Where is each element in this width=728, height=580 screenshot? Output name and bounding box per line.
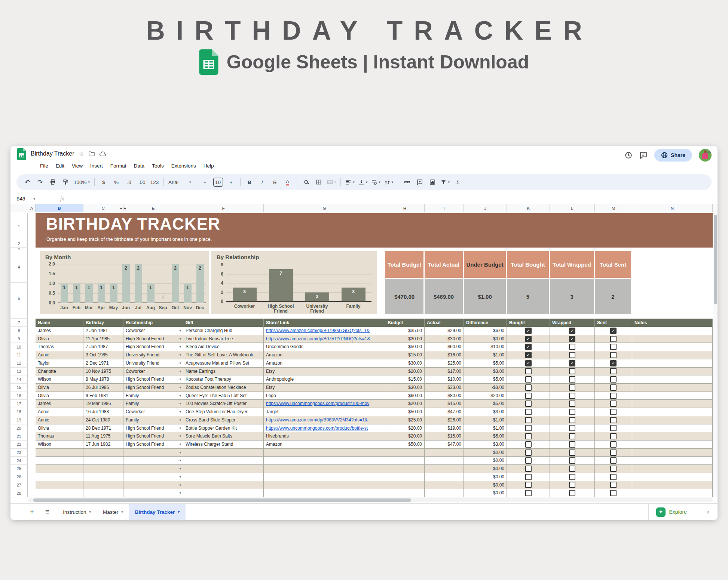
cell-sent[interactable]: [595, 489, 632, 497]
bought-checkbox[interactable]: [525, 433, 532, 439]
cell-name[interactable]: [36, 465, 83, 473]
cell-budget[interactable]: $60.00: [385, 392, 425, 400]
cell-store[interactable]: https://www.uncommongoods.com/product/10…: [264, 400, 385, 408]
cell-relationship[interactable]: Coworker▾: [123, 368, 183, 375]
cell-birthday[interactable]: 28 Dec 1971: [83, 424, 123, 432]
move-folder-icon[interactable]: [89, 151, 95, 156]
cell-notes[interactable]: [632, 392, 713, 400]
cell-gift[interactable]: Acupressure Mat and Pillow Set: [183, 359, 264, 367]
row-header-11[interactable]: 11: [10, 351, 28, 359]
cell-name[interactable]: Taylor: [36, 359, 83, 367]
cell-sent[interactable]: [595, 473, 632, 481]
sent-checkbox[interactable]: [610, 433, 617, 439]
cell-wrapped[interactable]: [550, 408, 595, 416]
row-header-19[interactable]: 19: [10, 416, 28, 424]
cell-relationship[interactable]: Coworker▾: [123, 408, 183, 416]
relationship-dropdown-icon[interactable]: ▾: [179, 473, 181, 481]
collapse-tabbar-icon[interactable]: ‹: [707, 508, 709, 516]
cell-birthday[interactable]: [83, 489, 123, 497]
cell-actual[interactable]: $29.00: [425, 327, 464, 335]
cell-relationship[interactable]: High School Friend▾: [123, 441, 183, 448]
cell-actual[interactable]: $47.00: [425, 441, 464, 448]
wrapped-checkbox[interactable]: [569, 344, 575, 350]
horizontal-align-icon[interactable]: ▾: [343, 177, 357, 187]
cell-birthday[interactable]: [83, 457, 123, 464]
row-header-4[interactable]: 4: [10, 251, 28, 283]
store-link[interactable]: https://www.uncommongoods.com/product/bo…: [266, 426, 368, 431]
cell-birthday[interactable]: [83, 449, 123, 457]
cell-difference[interactable]: -$20.00: [464, 392, 507, 400]
cell-store[interactable]: https://www.amazon.com/dp/B083VV2M34?ots…: [264, 416, 385, 424]
bought-checkbox[interactable]: [525, 417, 532, 423]
cell-difference[interactable]: -$3.00: [464, 384, 507, 392]
menu-file[interactable]: File: [37, 162, 52, 171]
summary-value[interactable]: 3: [550, 279, 594, 314]
cell-notes[interactable]: [632, 465, 713, 473]
table-header-actual[interactable]: Actual: [425, 319, 464, 327]
cell-budget[interactable]: $30.00: [385, 359, 425, 367]
cell-relationship[interactable]: ▾: [123, 473, 183, 481]
relationship-dropdown-icon[interactable]: ▾: [179, 335, 181, 343]
cell-budget[interactable]: $35.00: [385, 327, 425, 335]
cell-name[interactable]: [36, 473, 83, 481]
cell-name[interactable]: Annie: [36, 416, 83, 424]
horizontal-scrollbar[interactable]: [28, 498, 713, 502]
format-currency-icon[interactable]: $: [97, 177, 110, 187]
cell-name[interactable]: Wilson: [36, 375, 83, 383]
cell-birthday[interactable]: 19 Mar 1986: [83, 400, 123, 408]
document-title[interactable]: Birthday Tracker: [31, 150, 74, 157]
relationship-dropdown-icon[interactable]: ▾: [179, 457, 181, 464]
row-header-21[interactable]: 21: [10, 432, 28, 441]
relationship-dropdown-icon[interactable]: ▾: [179, 392, 181, 400]
cell-budget[interactable]: $15.00: [385, 351, 425, 359]
cell-relationship[interactable]: High School Friend▾: [123, 343, 183, 351]
cell-notes[interactable]: [632, 408, 713, 416]
cell-sent[interactable]: [595, 384, 632, 392]
format-percent-icon[interactable]: %: [110, 177, 123, 187]
cell-notes[interactable]: [632, 343, 713, 351]
cell-actual[interactable]: $15.00: [425, 400, 464, 408]
cell-wrapped[interactable]: [550, 424, 595, 432]
cell-bought[interactable]: ✓: [507, 343, 550, 351]
cell-notes[interactable]: [632, 432, 713, 440]
cell-gift[interactable]: [183, 481, 264, 489]
cell-gift[interactable]: Live Indoor Bonsai Tree: [183, 335, 264, 343]
cell-relationship[interactable]: High School Friend▾: [123, 432, 183, 440]
cell-actual[interactable]: $60.00: [425, 343, 464, 351]
bought-checkbox[interactable]: [525, 368, 532, 374]
bought-checkbox[interactable]: [525, 482, 532, 488]
cell-notes[interactable]: [632, 375, 713, 383]
wrapped-checkbox[interactable]: [569, 368, 575, 374]
relationship-dropdown-icon[interactable]: ▾: [179, 416, 181, 424]
cell-notes[interactable]: [632, 351, 713, 359]
cell-sent[interactable]: [595, 424, 632, 432]
column-header-G[interactable]: G: [264, 204, 385, 212]
summary-value[interactable]: $470.00: [385, 279, 423, 314]
wrapped-checkbox[interactable]: [569, 393, 575, 399]
cell-difference[interactable]: $5.00: [464, 359, 507, 367]
cell-store[interactable]: https://www.amazon.com/dp/B0798M7GGQ?ots…: [264, 327, 385, 335]
cell-sent[interactable]: ✓: [595, 359, 632, 367]
row-header-23[interactable]: 23: [10, 449, 28, 457]
cell-bought[interactable]: [507, 489, 550, 497]
cell-actual[interactable]: [425, 457, 464, 464]
wrapped-checkbox[interactable]: ✓: [569, 336, 575, 342]
text-rotate-icon[interactable]: A▾: [382, 177, 395, 187]
cell-actual[interactable]: $30.00: [425, 335, 464, 343]
bought-checkbox[interactable]: [525, 441, 532, 448]
add-sheet-icon[interactable]: +: [26, 508, 38, 516]
cell-actual[interactable]: $19.00: [425, 424, 464, 432]
cell-gift[interactable]: [183, 457, 264, 464]
filter-icon[interactable]: ▾: [439, 177, 452, 187]
cell-wrapped[interactable]: [550, 343, 595, 351]
relationship-dropdown-icon[interactable]: ▾: [179, 449, 181, 457]
font-size-increase-icon[interactable]: +: [225, 177, 238, 187]
cell-notes[interactable]: [632, 481, 713, 489]
cell-gift[interactable]: Sleep Aid Device: [183, 343, 264, 351]
cell-notes[interactable]: [632, 424, 713, 432]
sent-checkbox[interactable]: [610, 393, 617, 399]
cell-relationship[interactable]: Family▾: [123, 400, 183, 408]
merge-cells-icon[interactable]: ▾: [325, 177, 338, 187]
cell-store[interactable]: [264, 473, 385, 481]
wrapped-checkbox[interactable]: [569, 417, 575, 423]
